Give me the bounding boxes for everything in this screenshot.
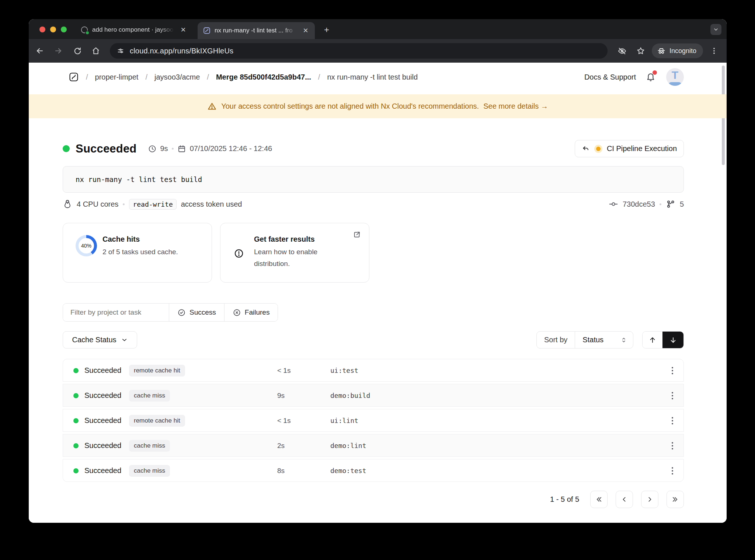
success-status-dot [73, 368, 79, 373]
row-status: Succeeded [84, 466, 121, 475]
card-subtitle: 2 of 5 tasks used cache. [102, 246, 178, 258]
vcs-count[interactable]: 5 [680, 200, 684, 209]
breadcrumb-separator: / [318, 73, 320, 81]
access-token-text: access token used [181, 200, 242, 209]
browser-menu-icon[interactable] [707, 43, 721, 58]
home-button[interactable] [88, 43, 103, 58]
dot-separator [660, 203, 661, 205]
close-icon[interactable]: ✕ [179, 26, 187, 34]
next-page-button[interactable] [641, 491, 658, 508]
breadcrumb-commit[interactable]: Merge 85d500f42d5a9b47... [216, 73, 311, 81]
row-task[interactable]: ui:test [330, 367, 358, 374]
filter-input[interactable] [63, 304, 169, 321]
nx-cloud-page: / proper-limpet / jaysoo3/acme / Merge 8… [29, 63, 727, 523]
ci-pipeline-execution-button[interactable]: CI Pipeline Execution [575, 140, 684, 157]
close-icon[interactable]: ✕ [302, 27, 310, 35]
sort-by-group: Sort by Status [536, 331, 633, 349]
row-task[interactable]: demo:test [330, 467, 366, 475]
sort-ascending-button[interactable] [643, 332, 662, 348]
breadcrumb-workspace[interactable]: proper-limpet [95, 73, 139, 81]
address-bar[interactable]: cloud.nx.app/runs/BkIXGHleUs [110, 43, 608, 59]
breadcrumb-repo[interactable]: jaysoo3/acme [154, 73, 200, 81]
last-page-button[interactable] [667, 491, 684, 508]
run-meta-row: 4 CPU cores read-write access token used… [63, 197, 684, 211]
access-control-banner[interactable]: Your access control settings are not ali… [29, 94, 727, 118]
sort-direction-group [642, 331, 684, 349]
macos-zoom-button[interactable] [61, 27, 67, 32]
back-button[interactable] [32, 43, 47, 58]
notifications-bell-icon[interactable] [646, 71, 657, 83]
warning-triangle-icon [207, 102, 217, 111]
success-status-dot [73, 443, 79, 448]
tab-nx-run[interactable]: nx run-many -t lint test ... fro ✕ [198, 22, 315, 39]
row-menu-icon[interactable] [667, 365, 678, 376]
macos-minimize-button[interactable] [50, 27, 56, 32]
row-menu-icon[interactable] [667, 415, 678, 426]
tab-strip: add hero component · jaysoo ✕ nx run-man… [29, 19, 727, 39]
table-row[interactable]: Succeeded cache miss 9s demo:build [63, 384, 684, 407]
eye-off-icon[interactable] [615, 43, 630, 58]
tab-search-button[interactable] [710, 24, 721, 35]
cache-percent: 40% [81, 243, 91, 249]
sort-descending-button[interactable] [662, 332, 683, 348]
url-text[interactable]: cloud.nx.app/runs/BkIXGHleUs [130, 47, 233, 55]
row-menu-icon[interactable] [667, 465, 678, 476]
macos-close-button[interactable] [39, 27, 45, 32]
row-duration: < 1s [277, 417, 290, 425]
table-row[interactable]: Succeeded remote cache hit < 1s ui:test [63, 359, 684, 382]
banner-link[interactable]: See more details → [483, 102, 548, 111]
alert-circle-icon [234, 248, 244, 259]
filter-group: Success Failures [63, 303, 278, 322]
tab-github-pr[interactable]: add hero component · jaysoo ✕ [80, 24, 187, 36]
row-task[interactable]: demo:lint [330, 442, 366, 449]
cache-status-dropdown[interactable]: Cache Status [63, 331, 137, 349]
new-tab-button[interactable]: + [321, 25, 332, 35]
nx-logo-icon[interactable] [69, 72, 79, 82]
card-title: Get faster results [254, 235, 315, 244]
bookmark-star-icon[interactable] [633, 43, 648, 58]
get-faster-results-card[interactable]: Get faster results Learn how to enable d… [220, 223, 369, 283]
breadcrumb-run[interactable]: nx run-many -t lint test build [327, 73, 418, 81]
incognito-icon [657, 46, 666, 55]
incognito-badge[interactable]: Incognito [652, 43, 703, 58]
table-row[interactable]: Succeeded cache miss 8s demo:test [63, 459, 684, 482]
cache-hits-card: 40% Cache hits 2 of 5 tasks used cache. [63, 223, 212, 283]
avatar-letter: T [666, 69, 684, 81]
sort-select[interactable]: Status [575, 332, 633, 348]
external-link-icon [353, 231, 361, 239]
docs-support-link[interactable]: Docs & Support [584, 73, 636, 81]
table-row[interactable]: Succeeded remote cache hit < 1s ui:lint [63, 409, 684, 432]
row-task[interactable]: demo:build [330, 392, 370, 399]
tab-title: nx run-many -t lint test ... fro [215, 27, 298, 34]
previous-page-button[interactable] [616, 491, 633, 508]
row-menu-icon[interactable] [667, 390, 678, 401]
cache-badge: cache miss [129, 440, 170, 452]
cache-status-label: Cache Status [72, 336, 116, 344]
run-datetime: 07/10/2025 12:46 - 12:46 [190, 144, 272, 153]
breadcrumb-separator: / [207, 73, 209, 81]
failures-filter-button[interactable]: Failures [224, 304, 278, 321]
success-filter-button[interactable]: Success [169, 304, 224, 321]
site-info-icon[interactable] [116, 47, 125, 55]
cache-badge: cache miss [129, 390, 170, 402]
row-task[interactable]: ui:lint [330, 417, 358, 424]
linux-penguin-icon [63, 199, 72, 209]
browser-window: add hero component · jaysoo ✕ nx run-man… [29, 19, 727, 523]
reload-button[interactable] [70, 43, 85, 58]
row-status: Succeeded [84, 416, 121, 425]
tab-title: add hero component · jaysoo [92, 26, 175, 34]
forward-button[interactable] [51, 43, 66, 58]
table-row[interactable]: Succeeded cache miss 2s demo:lint [63, 434, 684, 457]
cache-badge: remote cache hit [129, 365, 185, 377]
row-duration: 8s [277, 467, 285, 475]
avatar[interactable]: T [666, 68, 684, 86]
row-menu-icon[interactable] [667, 440, 678, 451]
dot-separator [123, 203, 125, 205]
pagination: 1 - 5 of 5 [63, 491, 684, 508]
commit-sha[interactable]: 730dce53 [623, 200, 655, 209]
first-page-button[interactable] [590, 491, 608, 508]
github-icon [80, 26, 88, 34]
breadcrumb-separator: / [86, 73, 88, 81]
chevron-updown-icon [620, 337, 627, 343]
success-label: Success [189, 308, 216, 316]
